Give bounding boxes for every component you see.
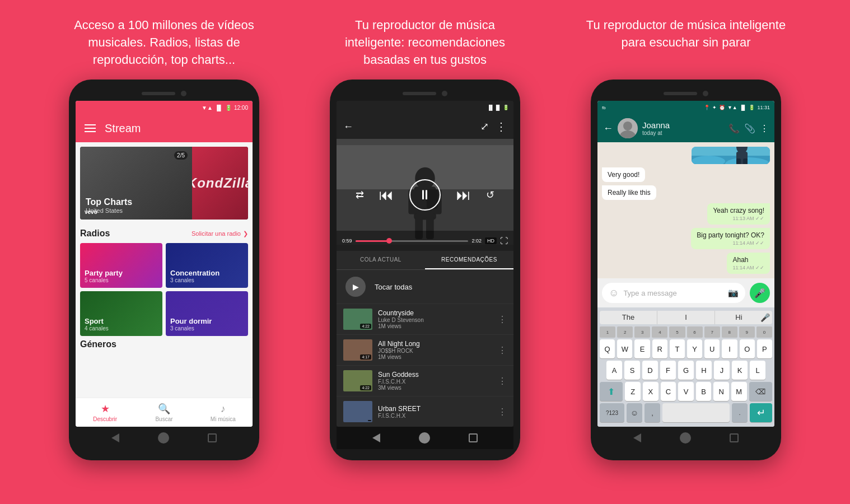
prev-btn[interactable]: ⏮ <box>379 186 394 204</box>
microphone-icon: 🎤 <box>754 288 765 298</box>
wa-emoji-btn[interactable]: ☺ <box>609 287 619 299</box>
key-V[interactable]: V <box>678 382 694 401</box>
wa-status-bar: fb 📍 ✦ ⏰ ▼▲ ▐▌ 🔋 11:31 <box>597 101 774 114</box>
track-views-0: 1M views <box>378 323 492 329</box>
radio-sport[interactable]: Sport 4 canales <box>80 291 162 336</box>
top-charts-banner[interactable]: 2/5 Top Charts United States KondZilla <box>80 147 248 220</box>
home-btn-3[interactable] <box>680 432 691 444</box>
track-menu-1[interactable]: ⋮ <box>498 345 507 356</box>
solicitar-radio-link[interactable]: Solicitar una radio ❯ <box>192 230 248 237</box>
track-row-0[interactable]: 4:22 Countryside Luke D Stevenson 1M vie… <box>337 304 513 335</box>
nav-discover[interactable]: ★ Descubrir <box>76 398 134 427</box>
key-comma[interactable]: , <box>644 403 660 422</box>
home-btn-2[interactable] <box>419 432 430 444</box>
wa-suggest-0[interactable]: The <box>600 311 657 324</box>
wa-more-icon[interactable]: ⋮ <box>760 123 769 134</box>
radio-concentration[interactable]: Concentration 3 canales <box>166 243 248 288</box>
tab-recomendacoes[interactable]: RECOMENDAÇÕES <box>425 251 513 269</box>
back-btn-1[interactable] <box>111 433 119 442</box>
key-period[interactable]: . <box>732 403 748 422</box>
key-M[interactable]: M <box>731 382 747 401</box>
battery-icon: 🔋 <box>225 105 232 111</box>
recents-btn-2[interactable] <box>469 433 478 442</box>
nav-search[interactable]: 🔍 Buscar <box>134 398 193 427</box>
track-row-3[interactable]: Urban SREET F.I.S.C.H.X ⋮ <box>337 396 513 427</box>
wa-input-box[interactable]: ☺ Type a message 📷 <box>602 283 745 303</box>
player-more-icon[interactable]: ⋮ <box>496 120 507 133</box>
key-J[interactable]: J <box>714 361 730 380</box>
wa-image-bg <box>692 147 770 164</box>
fullscreen-icon[interactable]: ⛶ <box>500 236 508 245</box>
wa-call-icon[interactable]: 📞 <box>728 123 740 134</box>
wa-input-area: ☺ Type a message 📷 🎤 <box>597 278 774 307</box>
track-menu-3[interactable]: ⋮ <box>498 407 507 417</box>
key-shift[interactable]: ⬆ <box>600 382 623 401</box>
wa-camera-btn[interactable]: 📷 <box>728 288 739 298</box>
key-W[interactable]: W <box>617 339 632 358</box>
key-emoji[interactable]: ☺ <box>627 403 642 422</box>
key-Q[interactable]: Q <box>600 339 615 358</box>
menu-icon[interactable] <box>85 124 96 132</box>
key-G[interactable]: G <box>678 361 694 380</box>
key-O[interactable]: O <box>740 339 755 358</box>
track-row-2[interactable]: 4:22 Sun Goddess F.I.S.C.H.X 3M views ⋮ <box>337 366 513 396</box>
radio-party[interactable]: Party party 5 canales <box>80 243 162 288</box>
key-A[interactable]: A <box>606 361 622 380</box>
play-pause-btn[interactable]: ⏸ <box>409 179 441 211</box>
phone-1-home-bar <box>76 427 253 449</box>
key-N[interactable]: N <box>713 382 729 401</box>
key-H[interactable]: H <box>696 361 712 380</box>
radios-title: Radios <box>80 228 110 239</box>
back-btn-3[interactable] <box>633 433 641 442</box>
key-row-0: Q W E R T Y U I O P <box>600 339 772 358</box>
key-E[interactable]: E <box>634 339 650 358</box>
recents-btn-1[interactable] <box>208 433 217 442</box>
progress-bar[interactable] <box>356 240 469 242</box>
key-K[interactable]: K <box>732 361 748 380</box>
tab-cola-actual[interactable]: COLA ACTUAL <box>337 251 425 269</box>
recents-btn-3[interactable] <box>730 433 739 442</box>
key-R[interactable]: R <box>652 339 667 358</box>
key-space[interactable] <box>662 403 730 422</box>
back-btn-2[interactable] <box>372 433 380 442</box>
key-C[interactable]: C <box>661 382 676 401</box>
key-S[interactable]: S <box>624 361 640 380</box>
key-L[interactable]: L <box>750 361 765 380</box>
nav-my-music[interactable]: ♪ Mi música <box>194 398 253 427</box>
key-Y[interactable]: Y <box>687 339 702 358</box>
key-Z[interactable]: Z <box>625 382 641 401</box>
track-row-1[interactable]: 4:17 All Night Long JO$$H ROCK 1M views … <box>337 335 513 366</box>
radio-party-channels: 5 canales <box>85 277 158 283</box>
key-num-toggle[interactable]: ?123 <box>600 403 624 422</box>
wa-header: ← Joanna today at 📞 📎 ⋮ <box>597 114 774 142</box>
phone-3-screen: fb 📍 ✦ ⏰ ▼▲ ▐▌ 🔋 11:31 ← <box>597 101 774 427</box>
key-I[interactable]: I <box>722 339 737 358</box>
radio-dormir[interactable]: Pour dormir 3 canales <box>166 291 248 336</box>
key-F[interactable]: F <box>660 361 676 380</box>
track-menu-2[interactable]: ⋮ <box>498 376 507 386</box>
wa-message-input[interactable]: Type a message <box>623 289 723 297</box>
next-btn[interactable]: ⏭ <box>456 186 471 204</box>
track-menu-0[interactable]: ⋮ <box>498 314 507 325</box>
wa-suggest-1[interactable]: I <box>657 311 715 324</box>
track-info-3: Urban SREET F.I.S.C.H.X <box>378 405 492 419</box>
key-X[interactable]: X <box>643 382 658 401</box>
key-backspace[interactable]: ⌫ <box>749 382 772 401</box>
key-U[interactable]: U <box>704 339 720 358</box>
wa-mic-btn[interactable]: 🎤 <box>750 283 770 303</box>
player-expand-icon[interactable]: ⤢ <box>480 120 489 133</box>
wa-suggest-2[interactable]: Hi 🎤 <box>715 311 772 324</box>
key-D[interactable]: D <box>642 361 658 380</box>
wa-attach-icon[interactable]: 📎 <box>744 123 755 134</box>
key-T[interactable]: T <box>670 339 685 358</box>
shuffle-btn[interactable]: ⇄ <box>356 189 364 201</box>
play-all-row[interactable]: ▶ Tocar todas <box>337 270 513 304</box>
player-back-icon[interactable]: ← <box>343 121 353 133</box>
mic-suggest-icon[interactable]: 🎤 <box>760 313 770 322</box>
wa-back-btn[interactable]: ← <box>603 123 613 134</box>
home-btn-1[interactable] <box>158 432 169 444</box>
key-P[interactable]: P <box>757 339 772 358</box>
key-B[interactable]: B <box>696 382 712 401</box>
repeat-btn[interactable]: ↺ <box>486 189 494 201</box>
key-enter[interactable]: ↵ <box>750 403 772 422</box>
